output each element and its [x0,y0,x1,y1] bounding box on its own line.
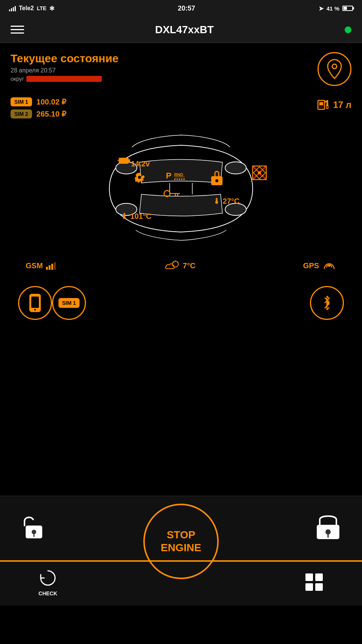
bottom-buttons: SIM 1 [11,286,351,320]
fuel-pump-icon [316,97,329,112]
gps-item: GPS [303,261,336,271]
svg-point-24 [181,178,183,180]
sim2-amount: 265.10 ₽ [37,109,67,118]
sim2-badge: SIM 2 265.10 ₽ [11,109,66,118]
svg-point-21 [174,178,176,180]
menu-button[interactable] [11,26,24,34]
bluetooth-icon [322,295,332,311]
svg-text:+: + [117,159,119,163]
sim-fuel-row: SIM 1 100.02 ₽ SIM 2 265.10 ₽ 17 л [11,97,351,118]
svg-text:14.2v: 14.2v [131,160,150,168]
gsm-item: GSM [26,261,57,270]
svg-rect-56 [315,573,323,581]
fuel-amount: 17 л [333,100,351,110]
svg-rect-40 [54,262,56,270]
svg-rect-12 [129,159,130,162]
svg-rect-47 [31,297,39,308]
svg-rect-37 [46,267,48,270]
status-bar: Tele2 LTE ✻ 20:57 ➤ 41 % [0,0,362,17]
svg-point-16 [138,176,141,179]
sim1-tag: SIM 1 [11,97,32,106]
grid-nav-item[interactable] [304,572,324,592]
car-diagram: + 14.2v 🌡 101°C P RND [64,128,298,249]
svg-text:RND: RND [174,172,183,177]
network-label: LTE [37,5,46,11]
phone-icon [28,294,42,312]
svg-rect-57 [305,583,313,591]
weather-temp: 7°C [183,261,196,270]
gsm-signal-icon [46,261,57,270]
state-heading: Текущее состояние [11,52,119,65]
main-content: Текущее состояние 28 апреля 20:57 округ … [0,43,362,496]
svg-point-53 [325,529,331,535]
gps-signal-icon [322,261,336,271]
gps-label: GPS [303,261,319,270]
state-info: Текущее состояние 28 апреля 20:57 округ [11,52,119,82]
state-location: округ [11,75,119,82]
svg-rect-3 [319,102,323,105]
battery-percent: 41 % [327,5,339,12]
status-bar-right: ➤ 41 % [319,5,353,12]
sim1-button[interactable]: SIM 1 [52,286,86,320]
battery-icon [342,6,353,11]
car-container: + 14.2v 🌡 101°C P RND [11,124,351,253]
svg-text:🌡 101°C: 🌡 101°C [121,212,151,220]
gsm-label: GSM [26,261,43,270]
svg-point-6 [225,162,246,174]
lock-button[interactable] [309,507,347,545]
bluetooth-button[interactable] [310,286,344,320]
engine-stop-button[interactable]: STOP ENGINE [143,504,219,579]
svg-point-23 [179,178,180,180]
location-arrow-icon: ➤ [319,5,324,12]
sim1-amount: 100.02 ₽ [37,97,67,106]
current-state-section: Текущее состояние 28 апреля 20:57 округ [11,52,351,86]
svg-point-25 [183,178,185,180]
unlock-icon [19,511,49,541]
gear-selector: P RND [166,171,185,180]
check-icon [38,568,58,588]
unlock-button[interactable] [15,507,53,545]
location-pin-icon [326,59,343,79]
sim1-button-label: SIM 1 [58,298,80,308]
control-bar-top: STOP ENGINE [15,504,347,549]
svg-point-45 [328,264,330,267]
phone-button[interactable] [18,286,52,320]
sim2-tag: SIM 2 [11,109,32,118]
weather-icon [165,260,180,271]
sync-icon: ✻ [49,5,54,12]
check-nav-item[interactable]: CHECK [38,568,58,596]
app-title: DXL47xxBT [155,24,214,36]
svg-line-44 [173,262,174,263]
svg-point-48 [34,309,36,311]
status-bar-time: 20:57 [178,5,195,12]
svg-point-50 [32,530,36,534]
svg-point-0 [332,64,337,69]
sim-cards: SIM 1 100.02 ₽ SIM 2 265.10 ₽ [11,97,66,118]
svg-point-22 [176,178,178,180]
engine-btn-line1: STOP [167,529,195,541]
app-header: DXL47xxBT [0,17,362,43]
sim1-badge: SIM 1 100.02 ₽ [11,97,66,106]
svg-point-31 [215,179,218,182]
grid-icon [304,572,324,592]
carrier-label: Tele2 [19,5,34,12]
svg-rect-55 [305,573,313,581]
svg-text:🌡 27°C: 🌡 27°C [213,197,239,205]
control-bar: STOP ENGINE CHECK [0,496,362,606]
svg-rect-11 [119,158,129,164]
lock-closed-icon [314,511,342,541]
check-nav-label: CHECK [38,590,57,596]
connection-status-dot [345,26,351,33]
svg-rect-39 [51,264,53,270]
svg-text:P: P [166,171,172,180]
gps-warning-icon [253,166,266,180]
engine-btn-line2: ENGINE [161,541,201,554]
location-button[interactable] [318,52,351,86]
redacted-location [26,76,102,82]
status-bar-left: Tele2 LTE ✻ [9,5,54,12]
svg-rect-58 [315,583,323,591]
svg-point-36 [258,171,261,174]
state-date: 28 апреля 20:57 [11,67,119,74]
weather-item: 7°C [165,260,196,271]
gsm-gps-row: GSM 7°C GPS [11,260,351,271]
